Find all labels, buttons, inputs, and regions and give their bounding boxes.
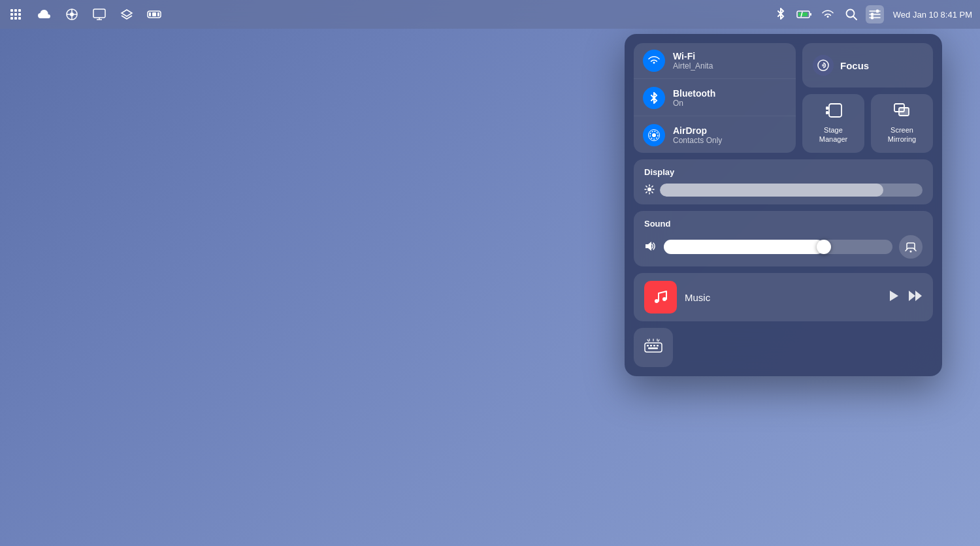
svg-line-55	[646, 191, 647, 192]
music-play-button[interactable]	[889, 290, 899, 305]
svg-line-52	[646, 185, 647, 186]
wifi-text: Wi-Fi Airtel_Anita	[673, 51, 713, 71]
svg-rect-25	[798, 12, 808, 16]
svg-line-54	[652, 185, 653, 186]
stage-manager-tile[interactable]: StageManager	[802, 94, 864, 153]
svg-point-57	[655, 299, 659, 303]
keyboard-section	[634, 328, 933, 367]
music-controls	[889, 290, 923, 305]
display-title: Display	[644, 167, 923, 177]
svg-rect-64	[650, 345, 652, 347]
bluetooth-subtitle: On	[673, 99, 715, 108]
svg-line-71	[647, 340, 649, 342]
svg-line-28	[853, 16, 857, 20]
volume-icon	[644, 241, 657, 253]
svg-rect-7	[14, 17, 17, 20]
display-brightness-slider[interactable]	[660, 184, 923, 197]
stage-manager-icon	[825, 103, 842, 121]
svg-rect-5	[18, 13, 21, 16]
svg-rect-63	[647, 345, 649, 347]
svg-rect-44	[826, 111, 828, 114]
wifi-tile[interactable]: Wi-Fi Airtel_Anita	[634, 43, 796, 79]
svg-point-32	[875, 10, 879, 13]
airdrop-subtitle: Contacts Only	[673, 136, 722, 145]
airplay-button[interactable]	[899, 235, 923, 259]
svg-point-47	[647, 187, 651, 191]
display-section: Display	[634, 159, 933, 204]
focus-tile[interactable]: Focus	[802, 43, 933, 88]
svg-marker-60	[909, 291, 915, 301]
svg-point-29	[870, 13, 874, 16]
screen-mirroring-icon	[894, 103, 911, 121]
wifi-icon-circle	[643, 50, 665, 72]
brightness-icon	[644, 184, 655, 197]
svg-rect-6	[10, 17, 13, 20]
svg-marker-59	[890, 291, 898, 301]
music-section: Music	[634, 273, 933, 321]
svg-line-53	[652, 191, 653, 192]
wifi-title: Wi-Fi	[673, 51, 713, 61]
svg-rect-15	[93, 9, 105, 18]
search-menubar-icon[interactable]	[842, 5, 860, 24]
svg-rect-66	[657, 345, 659, 347]
svg-point-41	[822, 64, 825, 67]
screen-mirroring-label: ScreenMirroring	[888, 125, 916, 144]
stage-manager-label: StageManager	[819, 125, 847, 144]
control-center-menubar-icon[interactable]	[866, 5, 884, 24]
airdrop-icon-circle	[643, 124, 665, 146]
right-tiles: Focus StageManager	[802, 43, 933, 153]
svg-rect-65	[653, 345, 655, 347]
sound-section: Sound	[634, 211, 933, 266]
sound-volume-slider[interactable]	[664, 240, 892, 254]
network-tiles: Wi-Fi Airtel_Anita Bluetooth On	[634, 43, 796, 153]
cloud-icon[interactable]	[35, 5, 54, 24]
bluetooth-tile[interactable]: Bluetooth On	[634, 80, 796, 116]
music-skip-button[interactable]	[908, 290, 923, 305]
svg-rect-8	[18, 17, 21, 20]
svg-rect-22	[157, 12, 159, 16]
display-slider-container	[644, 184, 923, 197]
svg-rect-0	[10, 9, 13, 12]
svg-point-38	[652, 133, 656, 137]
airdrop-tile[interactable]: AirDrop Contacts Only	[634, 118, 796, 153]
music-app-name: Music	[685, 292, 881, 303]
touchbar-menu-icon[interactable]	[145, 5, 163, 24]
svg-point-56	[910, 251, 912, 253]
svg-rect-2	[18, 9, 21, 12]
svg-point-58	[662, 297, 666, 301]
sound-row	[644, 235, 923, 259]
svg-point-10	[70, 12, 74, 16]
bluetooth-menubar-icon[interactable]	[772, 5, 790, 24]
control-center-panel: Wi-Fi Airtel_Anita Bluetooth On	[625, 34, 942, 376]
keyboard-brightness-tile[interactable]	[634, 328, 673, 367]
focus-label: Focus	[840, 60, 869, 71]
focus-icon	[813, 55, 834, 76]
screen-mirroring-tile[interactable]: ScreenMirroring	[871, 94, 933, 153]
svg-rect-46	[899, 108, 909, 116]
wifi-subtitle: Airtel_Anita	[673, 61, 713, 71]
svg-rect-42	[829, 104, 841, 117]
menubar-datetime: Wed Jan 10 8:41 PM	[893, 10, 972, 20]
music-app-tile-icon	[644, 281, 677, 313]
wifi-menubar-icon[interactable]	[819, 5, 837, 24]
music-app-icon[interactable]	[63, 5, 81, 24]
battery-menubar-icon[interactable]	[795, 5, 813, 24]
svg-marker-18	[122, 10, 132, 16]
display-menu-icon[interactable]	[90, 5, 108, 24]
svg-rect-4	[14, 13, 17, 16]
svg-marker-61	[915, 291, 922, 301]
menubar-left-icons	[8, 5, 163, 24]
menubar-right-icons: Wed Jan 10 8:41 PM	[772, 5, 972, 24]
svg-rect-21	[152, 12, 156, 16]
bluetooth-text: Bluetooth On	[673, 88, 715, 108]
svg-rect-43	[826, 106, 828, 110]
layers-menu-icon[interactable]	[118, 5, 136, 24]
svg-rect-1	[14, 9, 17, 12]
bottom-right-tiles: StageManager ScreenMirroring	[802, 94, 933, 153]
svg-rect-20	[149, 12, 151, 16]
bluetooth-icon-circle	[643, 87, 665, 109]
svg-point-35	[870, 16, 874, 20]
svg-line-72	[659, 340, 660, 342]
dots-grid-icon[interactable]	[8, 5, 26, 24]
menubar: Wed Jan 10 8:41 PM	[0, 0, 980, 29]
